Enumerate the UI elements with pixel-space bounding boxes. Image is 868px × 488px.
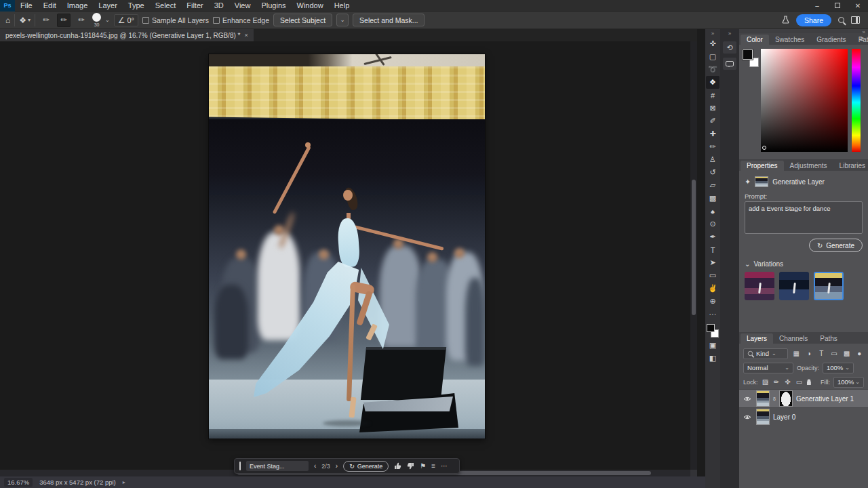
filter-shape-layers-icon[interactable]: ▭ (829, 350, 839, 357)
sample-all-layers-checkbox[interactable]: Sample All Layers (142, 16, 209, 24)
next-variation-button[interactable]: › (336, 463, 338, 470)
tab-adjustments[interactable]: Adjustments (784, 161, 833, 171)
menu-layer[interactable]: Layer (93, 0, 123, 12)
thumbs-up-icon[interactable] (394, 462, 401, 470)
menu-select[interactable]: Select (150, 0, 182, 12)
more-tools-button[interactable]: ⋯ (706, 308, 719, 321)
layer-name[interactable]: Generative Layer 1 (796, 395, 854, 403)
filter-type-layers-icon[interactable]: T (817, 350, 827, 357)
menu-type[interactable]: Type (123, 0, 150, 12)
lock-transparent-pixels-icon[interactable]: ▨ (762, 378, 770, 386)
tab-channels[interactable]: Channels (773, 333, 814, 344)
collapse-toolbar-icon[interactable]: » (711, 30, 714, 37)
add-selection-brush-button[interactable]: ✏ (57, 14, 71, 27)
taskbar-prompt-input[interactable]: Event Stag... (246, 461, 309, 471)
brush-size-picker[interactable]: 30 (92, 13, 101, 27)
quick-mask-button[interactable]: ▣ (706, 339, 719, 352)
color-panel-swatches[interactable] (743, 49, 759, 67)
color-picker-marker[interactable] (762, 146, 766, 150)
thumbs-down-icon[interactable] (407, 462, 414, 470)
menu-view[interactable]: View (229, 0, 256, 12)
fill-dropdown[interactable]: 100% ⌄ (833, 377, 864, 388)
workspace-switcher-icon[interactable] (851, 16, 860, 24)
brush-angle-field[interactable]: ∠ 0° (114, 14, 138, 26)
clone-stamp-tool[interactable]: ♙ (706, 153, 719, 166)
lock-image-pixels-icon[interactable]: ✏ (772, 378, 781, 386)
variation-thumbnail-2[interactable] (779, 272, 809, 300)
object-selection-tool[interactable]: ❖ (706, 76, 719, 89)
menu-3d[interactable]: 3D (209, 0, 229, 12)
tab-gradients[interactable]: Gradients (810, 35, 852, 45)
layer-row-background[interactable]: Layer 0 (739, 407, 868, 426)
canvas-image[interactable] (209, 54, 485, 439)
panel-menu-icon[interactable]: ≡ (860, 35, 864, 43)
select-subject-button[interactable]: Select Subject (273, 14, 332, 26)
menu-edit[interactable]: Edit (38, 0, 62, 12)
frame-tool[interactable]: ⊠ (706, 102, 719, 115)
menu-plugins[interactable]: Plugins (256, 0, 291, 12)
layer-thumbnail[interactable] (756, 390, 770, 407)
status-options-arrow[interactable]: ▸ (123, 479, 125, 485)
filter-pixel-layers-icon[interactable]: ▦ (791, 350, 801, 357)
lasso-tool[interactable]: ➰ (706, 63, 719, 76)
history-brush-tool[interactable]: ↺ (706, 166, 719, 179)
menu-file[interactable]: File (15, 0, 38, 12)
beta-flask-icon[interactable] (782, 16, 789, 24)
filter-toggle-icon[interactable]: ● (854, 350, 864, 357)
gradient-tool[interactable]: ▩ (706, 192, 719, 205)
marquee-tool[interactable]: ▢ (706, 50, 719, 63)
variations-header[interactable]: ⌄ Variations (745, 260, 863, 268)
tab-libraries[interactable]: Libraries (833, 161, 868, 171)
variation-thumbnail-3-selected[interactable] (814, 272, 844, 300)
layer-thumbnail[interactable] (756, 409, 770, 425)
minimize-button[interactable]: – (807, 0, 827, 12)
enhance-edge-checkbox[interactable]: Enhance Edge (213, 16, 269, 24)
report-flag-icon[interactable]: ⚑ (420, 463, 426, 470)
menu-window[interactable]: Window (292, 0, 329, 12)
visibility-toggle[interactable] (742, 414, 753, 420)
screen-mode-button[interactable]: ◧ (706, 352, 719, 365)
drag-handle[interactable] (239, 462, 241, 470)
lock-position-icon[interactable]: ✜ (784, 378, 792, 386)
saturation-brightness-picker[interactable] (761, 49, 848, 152)
chevron-down-icon[interactable]: ⌄ (105, 17, 110, 23)
history-panel-button[interactable]: ⟲ (723, 41, 736, 54)
select-and-mask-button[interactable]: Select and Mask... (353, 14, 425, 26)
filter-kind-dropdown[interactable]: Kind ⌄ (743, 348, 788, 359)
spot-healing-tool[interactable]: ✚ (706, 127, 719, 140)
vertical-scrollbar[interactable] (690, 41, 697, 470)
zoom-level-field[interactable]: 16.67% (4, 478, 33, 487)
subtract-selection-brush-button[interactable]: ✏ (75, 14, 88, 27)
blur-tool[interactable]: ♠ (706, 205, 719, 218)
pen-tool[interactable]: ✒ (706, 230, 719, 243)
filter-adjustment-layers-icon[interactable]: ◑ (804, 350, 814, 357)
search-icon[interactable] (838, 17, 844, 23)
collapse-dock-icon[interactable]: » (728, 30, 731, 37)
dodge-tool[interactable]: ⊙ (706, 218, 719, 230)
more-options-icon[interactable]: ⋯ (441, 463, 448, 470)
document-tab[interactable]: pexels-wellington-cunha-1918445.jpg @ 16… (0, 29, 254, 41)
brush-tool[interactable]: ✏ (706, 140, 719, 153)
foreground-background-swatches[interactable] (707, 324, 719, 338)
generate-button[interactable]: ↻ Generate (809, 239, 863, 252)
path-selection-tool[interactable]: ➤ (706, 256, 719, 269)
share-button[interactable]: Share (796, 14, 831, 26)
previous-variation-button[interactable]: ‹ (314, 463, 316, 470)
menu-help[interactable]: Help (329, 0, 355, 12)
visibility-toggle[interactable] (742, 396, 753, 402)
properties-sliders-icon[interactable]: ≡ (431, 463, 435, 470)
menu-image[interactable]: Image (62, 0, 94, 12)
close-icon[interactable]: × (244, 32, 248, 39)
variation-thumbnail-1[interactable] (745, 272, 774, 300)
close-button[interactable]: ✕ (848, 0, 868, 12)
taskbar-generate-button[interactable]: ↻ Generate (343, 461, 389, 472)
tab-properties[interactable]: Properties (741, 161, 784, 171)
tool-preset-picker[interactable]: ❖ ▾ (19, 16, 31, 24)
select-subject-options-dropdown[interactable]: ⌄ (336, 14, 349, 26)
tab-color[interactable]: Color (741, 35, 769, 45)
restore-button[interactable] (827, 0, 848, 12)
move-tool[interactable]: ✜ (706, 37, 719, 50)
home-icon[interactable]: ⌂ (5, 16, 10, 24)
tab-layers[interactable]: Layers (741, 333, 773, 344)
rectangle-tool[interactable]: ▭ (706, 269, 719, 282)
